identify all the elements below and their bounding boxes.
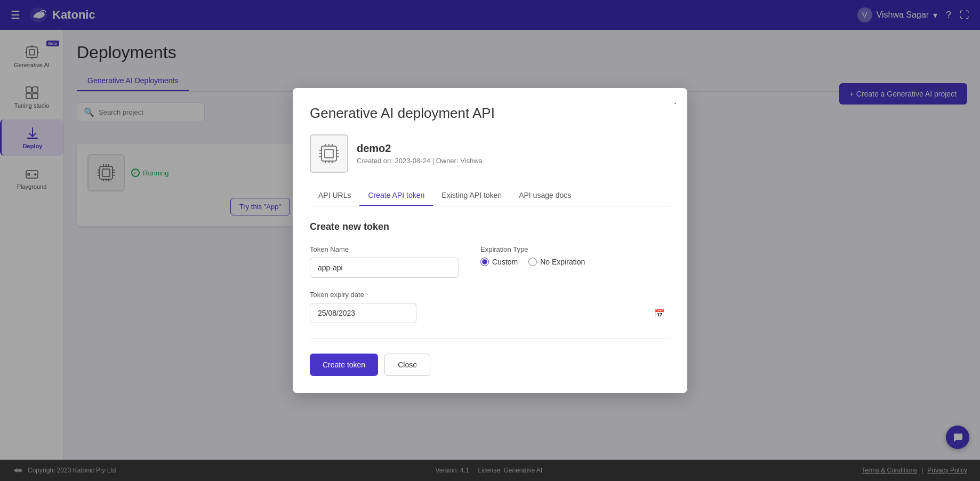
tab-create-api-token[interactable]: Create API token xyxy=(359,186,433,206)
radio-group: Custom No Expiration xyxy=(480,258,585,266)
modal-project-info: demo2 Created on: 2023-08-24 | Owner: Vi… xyxy=(310,134,670,173)
modal: · Generative AI deployment API xyxy=(293,88,687,393)
modal-tabs: API URLs Create API token Existing API t… xyxy=(310,186,670,206)
expiration-type-group: Expiration Type Custom No Expiration xyxy=(480,245,585,266)
calendar-icon[interactable]: 📅 xyxy=(654,308,665,318)
token-name-input[interactable] xyxy=(310,258,459,278)
tab-api-usage-docs[interactable]: API usage docs xyxy=(510,186,580,206)
radio-no-expiration[interactable]: No Expiration xyxy=(528,258,585,266)
create-token-title: Create new token xyxy=(310,221,670,233)
modal-actions: Create token Close xyxy=(310,354,670,376)
form-row: Token Name Expiration Type Custom No Exp… xyxy=(310,245,670,278)
modal-project-name: demo2 xyxy=(357,142,483,155)
token-expiry-group: Token expiry date 📅 xyxy=(310,291,670,323)
token-expiry-input[interactable] xyxy=(310,303,416,323)
tab-api-urls[interactable]: API URLs xyxy=(310,186,359,206)
create-token-button[interactable]: Create token xyxy=(310,354,378,376)
token-expiry-label: Token expiry date xyxy=(310,291,670,299)
close-button[interactable]: Close xyxy=(384,354,430,376)
svg-rect-29 xyxy=(325,149,333,158)
modal-title: Generative AI deployment API xyxy=(310,105,670,122)
radio-custom-label: Custom xyxy=(492,258,518,266)
radio-custom[interactable]: Custom xyxy=(480,258,518,266)
modal-overlay: · Generative AI deployment API xyxy=(0,0,980,481)
svg-rect-28 xyxy=(322,146,336,161)
close-icon[interactable]: · xyxy=(673,97,677,109)
date-input-wrapper: 📅 xyxy=(310,303,670,323)
expiration-type-label: Expiration Type xyxy=(480,245,585,253)
radio-no-expiration-label: No Expiration xyxy=(540,258,585,266)
token-name-label: Token Name xyxy=(310,245,459,253)
create-token-section: Create new token Token Name Expiration T… xyxy=(310,221,670,323)
token-name-group: Token Name xyxy=(310,245,459,278)
modal-divider xyxy=(310,338,670,339)
radio-custom-input[interactable] xyxy=(480,258,489,266)
modal-project-meta: Created on: 2023-08-24 | Owner: Vishwa xyxy=(357,157,483,165)
modal-project-icon xyxy=(310,134,348,173)
radio-no-expiration-input[interactable] xyxy=(528,258,537,266)
tab-existing-api-token[interactable]: Existing API token xyxy=(433,186,510,206)
